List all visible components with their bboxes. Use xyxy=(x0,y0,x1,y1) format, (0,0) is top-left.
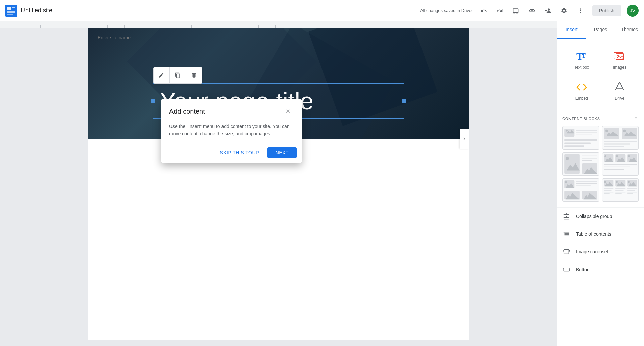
block-thumb-3[interactable] xyxy=(562,152,599,176)
tab-themes[interactable]: Themes xyxy=(615,21,644,39)
image-carousel-icon xyxy=(562,248,571,256)
more-icon xyxy=(577,7,584,14)
svg-point-14 xyxy=(566,130,568,132)
settings-button[interactable] xyxy=(557,4,571,17)
svg-rect-1 xyxy=(7,7,11,10)
more-button[interactable] xyxy=(574,4,587,17)
ruler-mark xyxy=(191,25,208,28)
button-list-icon xyxy=(562,266,571,274)
svg-rect-18 xyxy=(564,139,597,141)
resize-handle-right[interactable] xyxy=(402,99,406,103)
resize-handle-left[interactable] xyxy=(151,99,155,103)
list-item-table-of-contents[interactable]: Table of contents xyxy=(557,225,644,243)
text-box-label: Text box xyxy=(574,65,589,70)
toc-icon-svg xyxy=(563,230,570,238)
collapsible-icon-svg xyxy=(563,213,570,220)
svg-rect-2 xyxy=(12,7,15,8)
title-toolbar xyxy=(153,67,202,84)
block-5-svg xyxy=(563,179,599,201)
ruler-mark xyxy=(107,25,124,28)
svg-point-52 xyxy=(565,181,567,183)
redo-button[interactable] xyxy=(493,4,506,17)
site-canvas: Your page title xyxy=(88,28,469,340)
canvas-area[interactable]: Your page title Add content xyxy=(0,21,557,346)
insert-images[interactable]: Images xyxy=(601,44,639,75)
header-actions: Publish JV xyxy=(477,4,639,17)
logo-area: Untitled site xyxy=(5,5,52,17)
svg-point-65 xyxy=(616,181,618,183)
site-title[interactable]: Untitled site xyxy=(21,7,52,14)
block-thumb-6[interactable] xyxy=(602,178,639,202)
undo-icon xyxy=(480,7,487,14)
block-4-svg xyxy=(602,153,639,175)
collapsible-group-icon xyxy=(562,212,571,220)
image-carousel-label: Image carousel xyxy=(576,249,608,254)
svg-point-62 xyxy=(604,181,606,183)
ruler-mark xyxy=(275,25,292,28)
dialog-close-button[interactable] xyxy=(282,105,294,117)
ruler-mark xyxy=(91,25,107,28)
blocks-grid xyxy=(557,125,644,207)
block-thumb-2[interactable] xyxy=(602,126,639,150)
main-layout: Your page title Add content xyxy=(0,21,644,346)
copy-title-button[interactable] xyxy=(170,67,186,83)
insert-text-box[interactable]: T T Text box xyxy=(562,44,601,75)
site-body xyxy=(88,139,469,340)
site-name-input[interactable] xyxy=(98,35,156,40)
block-thumb-5[interactable] xyxy=(562,178,599,202)
panel-collapse-handle[interactable] xyxy=(460,129,469,149)
collapsible-group-label: Collapsible group xyxy=(576,214,612,219)
drive-svg xyxy=(613,81,626,93)
skip-tour-button[interactable]: SKIP THIS TOUR xyxy=(214,147,264,158)
svg-point-23 xyxy=(605,130,608,132)
svg-rect-19 xyxy=(564,143,591,144)
ruler-mark xyxy=(74,25,91,28)
edit-title-button[interactable] xyxy=(154,67,170,83)
undo-button[interactable] xyxy=(477,4,490,17)
ruler-mark xyxy=(242,25,258,28)
user-avatar[interactable]: JV xyxy=(627,5,639,17)
block-thumb-4[interactable] xyxy=(602,152,639,176)
images-label: Images xyxy=(613,65,626,70)
svg-rect-96 xyxy=(563,268,569,271)
svg-rect-84 xyxy=(564,219,569,219)
svg-rect-83 xyxy=(564,217,569,218)
delete-icon xyxy=(191,72,197,78)
right-panel: Insert Pages Themes T T Text box xyxy=(557,21,644,346)
list-item-image-carousel[interactable]: Image carousel xyxy=(557,243,644,261)
share-button[interactable] xyxy=(541,4,555,17)
drive-label: Drive xyxy=(615,96,624,101)
close-icon xyxy=(285,108,291,114)
sites-logo-icon xyxy=(5,5,17,17)
next-button[interactable]: NEXT xyxy=(267,147,297,158)
list-item-collapsible-group[interactable]: Collapsible group xyxy=(557,207,644,225)
content-blocks-collapse[interactable] xyxy=(633,115,639,122)
button-label: Button xyxy=(576,267,589,272)
drive-icon xyxy=(613,80,626,94)
delete-title-button[interactable] xyxy=(186,67,202,83)
block-1-svg xyxy=(563,126,599,149)
images-icon xyxy=(613,50,626,63)
preview-button[interactable] xyxy=(509,4,523,17)
list-item-button[interactable]: Button xyxy=(557,261,644,278)
svg-rect-4 xyxy=(7,14,13,15)
tab-insert[interactable]: Insert xyxy=(557,21,586,39)
ruler-mark xyxy=(175,25,191,28)
svg-point-9 xyxy=(617,55,619,56)
svg-rect-20 xyxy=(564,145,584,147)
dialog-header: Add content xyxy=(161,99,302,121)
ruler-mark xyxy=(258,25,275,28)
publish-button[interactable]: Publish xyxy=(592,5,621,16)
table-of-contents-icon xyxy=(562,230,571,238)
tab-pages[interactable]: Pages xyxy=(586,21,615,39)
insert-drive[interactable]: Drive xyxy=(601,75,639,106)
link-button[interactable] xyxy=(525,4,539,17)
svg-point-46 xyxy=(628,155,630,157)
insert-embed[interactable]: Embed xyxy=(562,75,601,106)
block-thumb-1[interactable] xyxy=(562,126,599,150)
embed-icon xyxy=(575,80,588,94)
content-blocks-title: CONTENT BLOCKS xyxy=(562,117,600,121)
svg-point-32 xyxy=(566,157,569,160)
ruler-mark xyxy=(225,25,242,28)
svg-rect-0 xyxy=(5,5,17,17)
